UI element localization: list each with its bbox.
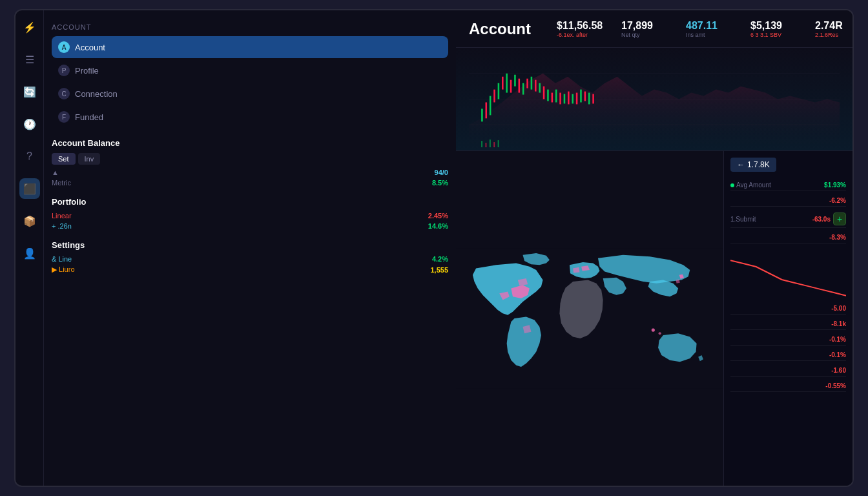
nav-icon-menu[interactable]: ☰: [19, 49, 40, 70]
tab-set[interactable]: Set: [52, 153, 76, 165]
svg-rect-18: [543, 87, 545, 99]
plus-button[interactable]: +: [833, 212, 846, 225]
panel-row-8-value: -1.60: [831, 367, 846, 374]
portfolio-header: Portfolio: [52, 197, 448, 207]
svg-rect-34: [493, 142, 495, 147]
mini-chart-svg: [730, 247, 846, 299]
svg-rect-15: [531, 77, 533, 90]
balance-tabs: Set Inv: [52, 153, 448, 165]
settings-line-row: & Line 4.2%: [52, 255, 448, 263]
svg-rect-3: [481, 108, 483, 121]
stat-chip-rmultiple: 2.74R 2.1.6Res: [815, 20, 852, 38]
portfolio-sub-row: + .26n 14.6%: [52, 222, 448, 230]
funded-menu-label: Funded: [75, 112, 103, 122]
linear-label: Linear: [52, 212, 72, 220]
chip-rmultiple-sub: 2.1.6Res: [815, 32, 838, 38]
panel-row-4: -5.00: [730, 303, 846, 315]
line-label: & Line: [52, 255, 72, 263]
chip-margin-sub: 6 3 3.1 SBV: [750, 32, 781, 38]
panel-row-4-value: -5.00: [831, 305, 846, 312]
chip-margin-value: $5,139: [750, 20, 782, 32]
chip-pnl-value: 487.11: [686, 20, 718, 32]
sidebar-item-profile[interactable]: P Profile: [52, 59, 448, 81]
account-menu-label: Account: [75, 43, 105, 52]
svg-rect-19: [547, 90, 549, 101]
back-button[interactable]: ← 1.7.8K: [730, 158, 776, 172]
metric-value: 8.5%: [432, 179, 448, 187]
profile-menu-label: Profile: [75, 66, 99, 76]
svg-rect-24: [568, 92, 570, 105]
panel-row-1: -6.2%: [730, 195, 846, 207]
chip-pnl-label: Ins amt: [686, 32, 705, 38]
nav-icon-box[interactable]: 📦: [19, 211, 40, 231]
svg-rect-5: [490, 96, 491, 116]
connection-menu-icon: C: [58, 88, 70, 99]
svg-rect-8: [502, 77, 504, 90]
panel-row-8: -1.60: [730, 365, 846, 377]
sidebar-content: Account A Account P Profile C Connection…: [44, 10, 456, 486]
svg-rect-28: [584, 92, 586, 101]
tab-inv[interactable]: Inv: [78, 153, 101, 165]
stat-chip-netqty: 17,899 Net qty: [621, 20, 673, 38]
chart-area: [456, 48, 852, 151]
svg-rect-32: [486, 143, 487, 147]
sidebar-item-funded[interactable]: F Funded: [52, 106, 448, 128]
panel-row-2-value: -63.0s: [812, 216, 831, 223]
svg-rect-33: [490, 140, 491, 147]
settings-header: Settings: [52, 240, 448, 250]
panel-row-7: -0.1%: [730, 349, 846, 361]
svg-rect-11: [514, 75, 516, 87]
profile-menu-icon: P: [58, 65, 70, 76]
svg-rect-26: [576, 93, 578, 105]
sidebar-item-account[interactable]: A Account: [52, 36, 448, 58]
chip-netqty-value: 17,899: [621, 20, 653, 32]
world-map-svg: [456, 151, 723, 486]
svg-rect-10: [510, 80, 512, 93]
price-chart: [469, 48, 840, 150]
svg-rect-22: [559, 93, 561, 105]
panel-row-3-value: -8.3%: [829, 234, 846, 241]
panel-row-7-value: -0.1%: [829, 351, 846, 358]
back-value: 1.7.8K: [747, 160, 770, 169]
nav-icon-clock[interactable]: 🕐: [19, 114, 40, 134]
metric-label: Metric: [52, 179, 71, 187]
svg-point-37: [652, 329, 655, 332]
nav-icon-user[interactable]: 👤: [19, 243, 40, 264]
nav-icon-refresh[interactable]: 🔄: [19, 81, 40, 102]
map-area: ← 1.7.8K Avg Amount $1.93% -6.2%: [456, 151, 852, 486]
svg-rect-4: [486, 102, 488, 118]
svg-rect-21: [555, 90, 557, 103]
nav-icon-help[interactable]: ?: [19, 146, 40, 167]
panel-row-1-value: -6.2%: [829, 197, 846, 204]
balance-amount-label: ▲: [52, 169, 59, 176]
panel-row-6-value: -0.1%: [829, 336, 846, 343]
panel-main-row: Avg Amount $1.93%: [730, 180, 846, 191]
nav-icon-signal[interactable]: ⚡: [19, 17, 40, 37]
panel-row-5-value: -8.1k: [831, 320, 846, 327]
svg-rect-23: [564, 94, 566, 104]
svg-point-38: [659, 332, 661, 335]
funded-menu-icon: F: [58, 111, 70, 123]
stat-chip-balance: $11,56.58 -6.1ex. after: [557, 20, 608, 38]
svg-rect-17: [539, 83, 541, 93]
panel-row-9-value: -0.55%: [825, 382, 846, 389]
chip-balance-value: $11,56.58: [557, 20, 603, 32]
panel-row-9: -0.55%: [730, 380, 846, 392]
svg-rect-25: [572, 94, 574, 104]
svg-rect-35: [498, 140, 499, 147]
settings-liuro-row: ▶ Liuro 1,555: [52, 265, 448, 274]
panel-row-3: -8.3%: [730, 232, 846, 243]
nav-icon-active[interactable]: ⬛: [19, 178, 40, 199]
mini-line-chart: [730, 247, 846, 299]
panel-main-label: Avg Amount: [730, 181, 771, 189]
main-content: Account $11,56.58 -6.1ex. after 17,899 N…: [456, 10, 852, 486]
svg-rect-27: [580, 90, 582, 103]
svg-rect-9: [506, 74, 508, 93]
svg-rect-16: [535, 80, 537, 92]
account-menu-icon: A: [58, 41, 70, 53]
portfolio-linear-row: Linear 2.45%: [52, 212, 448, 220]
sidebar-item-connection[interactable]: C Connection: [52, 83, 448, 105]
right-panel-header: ← 1.7.8K: [730, 158, 846, 172]
page-title: Account: [469, 20, 531, 38]
panel-main-value: $1.93%: [824, 181, 846, 189]
